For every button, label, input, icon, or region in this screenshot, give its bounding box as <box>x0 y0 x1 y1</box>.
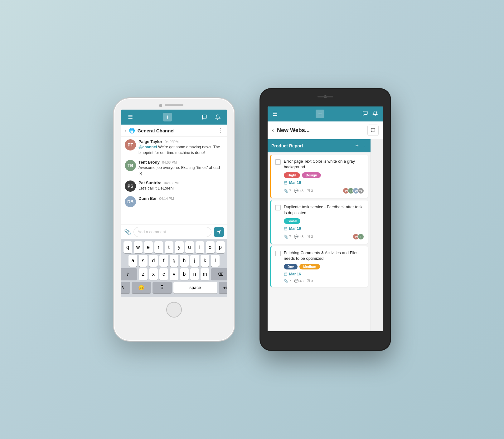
channel-bar[interactable]: › 🌐 General Channel ⋮ <box>121 125 227 137</box>
key-q[interactable]: q <box>124 241 132 253</box>
shift-key[interactable]: ⇧ <box>121 268 137 280</box>
send-button[interactable] <box>214 227 224 237</box>
key-i[interactable]: i <box>196 241 204 253</box>
task-date: Mar 16 <box>284 226 364 231</box>
android-app-header: ☰ + <box>268 106 383 121</box>
task-checkbox[interactable] <box>275 251 281 256</box>
keyboard: q w e r t y u i o p a s d f g h j k l <box>121 239 227 297</box>
key-t[interactable]: t <box>165 241 173 253</box>
key-c[interactable]: c <box>159 268 168 280</box>
key-d[interactable]: d <box>149 255 158 267</box>
task-card[interactable]: Duplicate task service - Feedback after … <box>270 200 368 244</box>
key-y[interactable]: y <box>175 241 184 253</box>
task-card[interactable]: Fetching Comments & Activities and Files… <box>270 246 368 287</box>
msg-time: 04:08 PM <box>162 160 177 164</box>
title-chat-icon[interactable] <box>367 125 379 136</box>
android-menu-icon[interactable]: ☰ <box>273 111 278 117</box>
iphone-home-button[interactable] <box>166 302 182 318</box>
space-key[interactable]: space <box>173 282 217 293</box>
tag-small: Small <box>284 218 300 224</box>
tag-dev: Dev <box>284 264 298 269</box>
task-card[interactable]: Error page Text Color is white on a gray… <box>270 155 368 198</box>
msg-name: Paige Taylor <box>138 139 162 144</box>
msg-time: 04:02PM <box>165 140 178 144</box>
return-key[interactable]: return <box>219 282 227 293</box>
chat-icon[interactable] <box>200 113 209 121</box>
key-g[interactable]: g <box>170 255 178 267</box>
message-row: PT Paige Taylor 04:02PM @channel We're g… <box>125 139 223 155</box>
android-header-right <box>362 111 378 118</box>
emoji-key[interactable]: 😊 <box>132 282 151 293</box>
key-h[interactable]: h <box>180 255 189 267</box>
assignee-avatars: P T <box>352 233 364 240</box>
key-p[interactable]: p <box>216 241 225 253</box>
key-n[interactable]: n <box>190 268 199 280</box>
comment-count: 💬 48 <box>294 279 303 283</box>
key-e[interactable]: e <box>144 241 153 253</box>
tag-medium: Medium <box>299 264 320 269</box>
avatar: PS <box>125 180 136 192</box>
key-x[interactable]: x <box>149 268 158 280</box>
attach-icon[interactable]: 📎 <box>124 229 131 235</box>
android-chat-icon[interactable] <box>362 111 368 118</box>
tag-high: Hight <box>284 172 300 178</box>
key-m[interactable]: m <box>201 268 209 280</box>
key-r[interactable]: r <box>154 241 163 253</box>
task-tags: Small <box>284 218 364 224</box>
message-content: Dunn Bar 04:14 PM <box>138 196 223 201</box>
key-f[interactable]: f <box>159 255 168 267</box>
key-b[interactable]: b <box>180 268 189 280</box>
task-checkbox[interactable] <box>275 205 281 210</box>
comment-input[interactable]: Add a comment <box>133 227 211 237</box>
android-speaker <box>317 96 333 97</box>
avatar: PT <box>125 139 136 150</box>
add-button[interactable]: + <box>163 113 172 121</box>
key-u[interactable]: u <box>185 241 194 253</box>
keyboard-row-4: 123 😊 🎙 space return <box>122 282 226 293</box>
task-title: Error page Text Color is white on a gray… <box>284 159 364 170</box>
android-add-button[interactable]: + <box>316 110 324 118</box>
msg-text: Let's call it DeLoren! <box>138 186 223 191</box>
mic-key[interactable]: 🎙 <box>153 282 172 293</box>
numbers-key[interactable]: 123 <box>121 282 130 293</box>
column-add-button[interactable]: + <box>355 143 359 149</box>
page-title: New Webs... <box>277 127 364 134</box>
key-w[interactable]: w <box>134 241 143 253</box>
msg-time: 04:14 PM <box>159 197 174 200</box>
android-screen: ☰ + ‹ New Webs... <box>268 106 383 331</box>
task-body: Fetching Comments & Activities and Files… <box>284 250 364 283</box>
keyboard-row-1: q w e r t y u i o p <box>122 241 226 253</box>
key-z[interactable]: z <box>139 268 148 280</box>
avatar: TB <box>125 160 136 171</box>
checklist-count: ☑ 3 <box>307 234 313 239</box>
key-l[interactable]: l <box>211 255 220 267</box>
column-more-icon[interactable]: ⋮ <box>361 142 367 149</box>
bell-icon[interactable] <box>213 113 222 121</box>
android-bell-icon[interactable] <box>372 111 378 118</box>
key-k[interactable]: k <box>201 255 209 267</box>
menu-icon[interactable]: ☰ <box>126 113 135 121</box>
backspace-key[interactable]: ⌫ <box>211 268 227 280</box>
back-arrow-icon[interactable]: ‹ <box>272 127 274 134</box>
msg-name: Tent Brody <box>138 160 160 165</box>
message-content: Tent Brody 04:08 PM Awesome job everyone… <box>138 160 223 176</box>
attachment-count: 📎 7 <box>284 279 291 283</box>
key-o[interactable]: o <box>206 241 215 253</box>
key-s[interactable]: s <box>139 255 148 267</box>
messages-area: PT Paige Taylor 04:02PM @channel We're g… <box>121 137 227 224</box>
key-v[interactable]: v <box>170 268 178 280</box>
msg-name: Dunn Bar <box>138 196 157 201</box>
key-j[interactable]: j <box>190 255 199 267</box>
channel-more-icon[interactable]: ⋮ <box>218 127 223 134</box>
key-a[interactable]: a <box>128 255 137 267</box>
iphone-speaker <box>165 104 183 106</box>
task-date: Mar 16 <box>284 180 364 185</box>
task-meta: 📎 7 💬 48 ☑ 3 P T D +5 <box>284 187 364 194</box>
keyboard-row-2: a s d f g h j k l <box>122 255 226 267</box>
mini-avatar: T <box>357 233 364 240</box>
android-device: ☰ + ‹ New Webs... <box>260 88 391 351</box>
iphone-camera <box>159 104 162 107</box>
keyboard-row-3: ⇧ z x c v b n m ⌫ <box>122 268 226 280</box>
task-checkbox[interactable] <box>275 159 281 165</box>
message-row: TB Tent Brody 04:08 PM Awesome job every… <box>125 160 223 176</box>
